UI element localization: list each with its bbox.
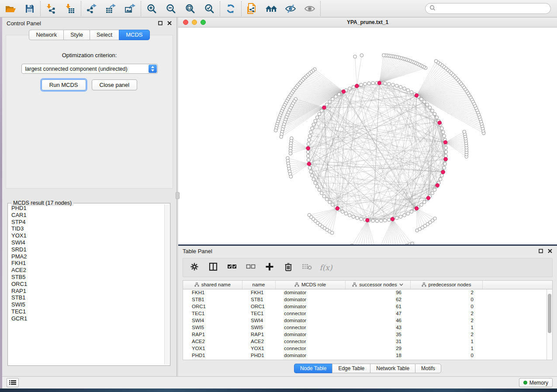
refresh-button[interactable]: [224, 2, 237, 15]
cell-MCDS-role[interactable]: dominator: [275, 303, 345, 310]
mcds-result-item[interactable]: SRD1: [9, 246, 164, 253]
cell-predecessor-nodes[interactable]: 1: [410, 338, 482, 345]
cell-shared-name[interactable]: SWI5: [183, 324, 242, 331]
run-mcds-button[interactable]: Run MCDS: [42, 79, 86, 90]
columns-button[interactable]: [208, 262, 218, 273]
deselect-all-button[interactable]: [246, 262, 256, 273]
window-close-button[interactable]: [183, 20, 188, 25]
select-all-button[interactable]: [227, 262, 237, 273]
cell-MCDS-role[interactable]: dominator: [275, 317, 345, 324]
network-window-titlebar[interactable]: YPA_prune.txt_1: [178, 17, 557, 28]
close-panel-button[interactable]: Close panel: [92, 79, 138, 90]
column-header-predecessor-nodes[interactable]: predecessor nodes: [410, 281, 482, 289]
table-row[interactable]: ACE2ACE2connector311: [183, 338, 552, 345]
zoom-out-button[interactable]: [164, 2, 177, 15]
cell-MCDS-role[interactable]: dominator: [275, 331, 345, 338]
mcds-result-list[interactable]: PHD1CAR1STP4TID3YOX1SWI4SRD1PMA2FKH1ACE2…: [9, 205, 164, 364]
cell-name[interactable]: TEC1: [242, 310, 275, 317]
mcds-result-item[interactable]: TID3: [9, 225, 164, 232]
cell-predecessor-nodes[interactable]: 2: [410, 331, 482, 338]
cell-name[interactable]: SWI4: [242, 317, 275, 324]
cell-name[interactable]: ORC1: [242, 303, 275, 310]
export-document-button[interactable]: [246, 2, 259, 15]
export-table-button[interactable]: [104, 2, 118, 15]
hide-selected-button[interactable]: [284, 2, 297, 15]
cell-shared-name[interactable]: TEC1: [183, 310, 242, 317]
add-button[interactable]: [264, 262, 275, 273]
cell-name[interactable]: RAP1: [242, 331, 275, 338]
cell-successor-nodes[interactable]: 96: [345, 289, 410, 296]
settings-button[interactable]: [189, 262, 200, 273]
mcds-result-item[interactable]: TEC1: [9, 308, 164, 315]
zoom-fit-button[interactable]: [183, 2, 197, 15]
table-row[interactable]: ORC1ORC1dominator610: [183, 303, 552, 310]
mcds-result-scrollbar[interactable]: [164, 204, 169, 364]
cell-shared-name[interactable]: FKH1: [183, 289, 242, 296]
zoom-in-button[interactable]: [145, 2, 158, 15]
mcds-result-item[interactable]: PHD1: [9, 205, 164, 212]
delete-table-button[interactable]: [302, 262, 312, 273]
table-row[interactable]: PHD1PHD1dominator180: [183, 352, 552, 359]
mcds-result-item[interactable]: STB1: [9, 294, 164, 301]
export-network-button[interactable]: [85, 2, 98, 15]
cell-name[interactable]: PHD1: [242, 352, 275, 359]
criterion-select[interactable]: largest connected component (undirected): [21, 64, 158, 74]
cell-name[interactable]: ACE2: [242, 338, 275, 345]
open-session-button[interactable]: [4, 2, 17, 15]
mcds-result-item[interactable]: CAR1: [9, 212, 164, 219]
import-network-button[interactable]: [45, 2, 58, 15]
mcds-result-item[interactable]: ACE2: [9, 267, 164, 274]
column-header-name[interactable]: name: [242, 281, 275, 289]
import-table-button[interactable]: [64, 2, 77, 15]
mcds-result-item[interactable]: STB5: [9, 274, 164, 281]
cell-name[interactable]: SWI5: [242, 324, 275, 331]
cell-MCDS-role[interactable]: dominator: [275, 352, 345, 359]
mcds-result-item[interactable]: RAP1: [9, 288, 164, 295]
cell-successor-nodes[interactable]: 31: [345, 338, 410, 345]
tab-motifs[interactable]: Motifs: [415, 364, 441, 373]
table-row[interactable]: TEC1TEC1connector472: [183, 310, 552, 317]
zoom-selected-button[interactable]: [203, 2, 216, 15]
mcds-result-item[interactable]: PMA2: [9, 253, 164, 260]
cell-successor-nodes[interactable]: 18: [345, 352, 410, 359]
column-header-shared-name[interactable]: shared name: [183, 281, 242, 289]
cell-name[interactable]: STB1: [242, 296, 275, 303]
cell-MCDS-role[interactable]: dominator: [275, 289, 345, 296]
cell-MCDS-role[interactable]: connector: [275, 338, 345, 345]
search-box[interactable]: [425, 3, 551, 14]
tab-network-table[interactable]: Network Table: [370, 364, 415, 373]
show-panels-button[interactable]: [7, 378, 19, 387]
table-scrollbar-thumb[interactable]: [548, 294, 551, 333]
cell-predecessor-nodes[interactable]: 1: [410, 345, 482, 352]
cell-shared-name[interactable]: STB1: [183, 296, 242, 303]
search-input[interactable]: [438, 6, 547, 12]
cell-predecessor-nodes[interactable]: 2: [410, 289, 482, 296]
delete-button[interactable]: [283, 262, 294, 273]
tab-network[interactable]: Network: [29, 30, 63, 40]
home-button[interactable]: [265, 2, 278, 15]
mcds-result-item[interactable]: YOX1: [9, 232, 164, 239]
mcds-result-item[interactable]: FKH1: [9, 260, 164, 267]
close-panel-icon[interactable]: [167, 21, 172, 26]
table-scrollbar[interactable]: [547, 289, 552, 360]
network-graph[interactable]: [178, 28, 557, 244]
cell-MCDS-role[interactable]: connector: [275, 345, 345, 352]
tab-style[interactable]: Style: [63, 30, 90, 40]
tab-mcds[interactable]: MCDS: [119, 30, 149, 40]
network-canvas[interactable]: [178, 28, 557, 244]
tab-edge-table[interactable]: Edge Table: [332, 364, 370, 373]
export-image-button[interactable]: [124, 2, 137, 15]
mcds-result-item[interactable]: GCR1: [9, 315, 164, 322]
mcds-result-item[interactable]: STP4: [9, 219, 164, 226]
mcds-result-item[interactable]: ORC1: [9, 281, 164, 288]
cell-MCDS-role[interactable]: connector: [275, 324, 345, 331]
cell-shared-name[interactable]: PHD1: [183, 352, 242, 359]
cell-shared-name[interactable]: ACE2: [183, 338, 242, 345]
show-all-button[interactable]: [303, 2, 316, 15]
tab-select[interactable]: Select: [90, 30, 119, 40]
cell-shared-name[interactable]: RAP1: [183, 331, 242, 338]
table-row[interactable]: STB1STB1dominator620: [183, 296, 552, 303]
table-row[interactable]: YOX1YOX1connector291: [183, 345, 552, 352]
panel-splitter[interactable]: [177, 17, 178, 376]
window-minimize-button[interactable]: [192, 20, 197, 25]
